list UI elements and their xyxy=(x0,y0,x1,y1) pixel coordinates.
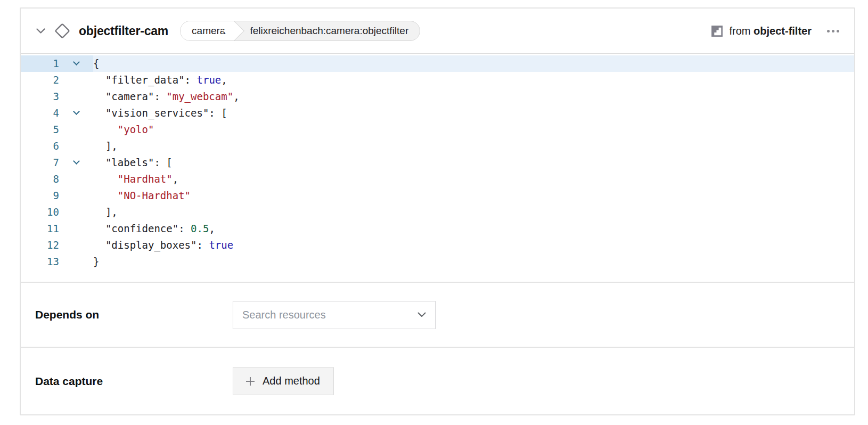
code-line[interactable]: 1{ xyxy=(21,55,854,72)
module-icon xyxy=(710,24,724,38)
fold-toggle-icon[interactable] xyxy=(73,158,80,165)
editor-gutter: 10 xyxy=(21,204,93,220)
editor-gutter: 2 xyxy=(21,72,93,88)
model-triplet-badge: felixreichenbach:camera:objectfilter xyxy=(234,21,420,40)
code-text[interactable]: "vision_services": [ xyxy=(93,105,854,121)
code-line[interactable]: 10 ], xyxy=(21,204,854,220)
code-text[interactable]: "camera": "my_webcam", xyxy=(93,88,854,105)
code-line[interactable]: 9 "NO-Hardhat" xyxy=(21,187,854,204)
collapse-card-button[interactable] xyxy=(35,26,46,36)
code-text[interactable]: ], xyxy=(93,138,854,154)
code-line[interactable]: 6 ], xyxy=(21,138,854,154)
code-line[interactable]: 2 "filter_data": true, xyxy=(21,72,854,88)
data-capture-section: Data capture Add method xyxy=(21,348,854,414)
resource-type-badge: camera xyxy=(181,21,234,40)
line-number: 1 xyxy=(21,55,59,72)
line-number: 10 xyxy=(21,204,59,220)
code-line[interactable]: 7 "labels": [ xyxy=(21,154,854,171)
editor-gutter: 5 xyxy=(21,121,93,138)
line-number: 8 xyxy=(21,171,59,187)
editor-gutter: 12 xyxy=(21,237,93,254)
plus-icon xyxy=(245,376,256,387)
code-line[interactable]: 4 "vision_services": [ xyxy=(21,105,854,121)
depends-on-section: Depends on xyxy=(21,283,854,348)
line-number: 2 xyxy=(21,72,59,88)
depends-on-label: Depends on xyxy=(35,308,233,321)
editor-gutter: 13 xyxy=(21,254,93,270)
code-text[interactable]: } xyxy=(93,254,854,270)
editor-gutter: 6 xyxy=(21,138,93,154)
add-method-button[interactable]: Add method xyxy=(233,367,334,395)
editor-gutter: 4 xyxy=(21,105,93,121)
code-line[interactable]: 11 "confidence": 0.5, xyxy=(21,220,854,237)
resource-name-title: objectfilter-cam xyxy=(79,24,168,38)
editor-gutter: 9 xyxy=(21,187,93,204)
line-number: 9 xyxy=(21,187,59,204)
code-text[interactable]: "Hardhat", xyxy=(93,171,854,187)
line-number: 11 xyxy=(21,220,59,237)
data-capture-label: Data capture xyxy=(35,375,233,388)
chevron-down-icon xyxy=(417,312,426,317)
card-header: objectfilter-cam camera felixreichenbach… xyxy=(21,9,854,54)
editor-gutter: 1 xyxy=(21,55,93,72)
code-text[interactable]: "confidence": 0.5, xyxy=(93,220,854,237)
card-menu-button[interactable] xyxy=(826,27,840,36)
line-number: 5 xyxy=(21,121,59,138)
code-line[interactable]: 8 "Hardhat", xyxy=(21,171,854,187)
from-module-text: from object-filter xyxy=(730,25,812,37)
code-text[interactable]: "filter_data": true, xyxy=(93,72,854,88)
code-text[interactable]: "yolo" xyxy=(93,121,854,138)
component-diamond-icon xyxy=(54,22,71,39)
from-label: from xyxy=(730,25,751,37)
code-text[interactable]: "NO-Hardhat" xyxy=(93,187,854,204)
from-module-info: from object-filter xyxy=(710,24,812,38)
fold-toggle-icon[interactable] xyxy=(73,59,80,66)
json-config-editor[interactable]: 1{2 "filter_data": true,3 "camera": "my_… xyxy=(21,54,854,283)
editor-gutter: 3 xyxy=(21,88,93,105)
depends-on-select[interactable] xyxy=(233,301,436,329)
line-number: 12 xyxy=(21,237,59,254)
fold-toggle-icon[interactable] xyxy=(73,108,80,115)
line-number: 6 xyxy=(21,138,59,154)
line-number: 4 xyxy=(21,105,59,121)
line-number: 13 xyxy=(21,254,59,270)
code-text[interactable]: "display_boxes": true xyxy=(93,237,854,254)
add-method-label: Add method xyxy=(263,375,320,387)
model-badge: camera felixreichenbach:camera:objectfil… xyxy=(180,21,420,41)
code-line[interactable]: 3 "camera": "my_webcam", xyxy=(21,88,854,105)
editor-gutter: 7 xyxy=(21,154,93,171)
code-line[interactable]: 5 "yolo" xyxy=(21,121,854,138)
code-text[interactable]: "labels": [ xyxy=(93,154,854,171)
code-text[interactable]: ], xyxy=(93,204,854,220)
code-line[interactable]: 12 "display_boxes": true xyxy=(21,237,854,254)
resource-card: objectfilter-cam camera felixreichenbach… xyxy=(20,7,855,415)
code-line[interactable]: 13} xyxy=(21,254,854,270)
module-name-label: object-filter xyxy=(754,25,812,37)
chevron-down-icon xyxy=(36,28,45,34)
line-number: 7 xyxy=(21,154,59,171)
editor-gutter: 8 xyxy=(21,171,93,187)
code-text[interactable]: { xyxy=(93,55,854,72)
line-number: 3 xyxy=(21,88,59,105)
editor-gutter: 11 xyxy=(21,220,93,237)
search-resources-input[interactable] xyxy=(233,309,417,321)
ellipsis-icon xyxy=(827,30,830,32)
